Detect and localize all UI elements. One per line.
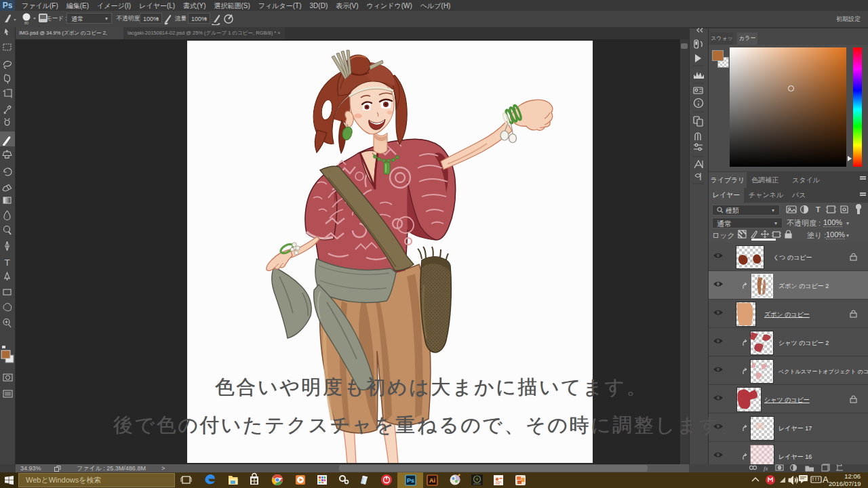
svg-text:T: T <box>4 258 9 268</box>
svg-text:Ai: Ai <box>429 477 435 484</box>
svg-text:80: 80 <box>24 21 28 25</box>
svg-text:T: T <box>816 205 821 214</box>
svg-text:fx: fx <box>764 465 768 472</box>
svg-text:Ps: Ps <box>407 477 414 484</box>
